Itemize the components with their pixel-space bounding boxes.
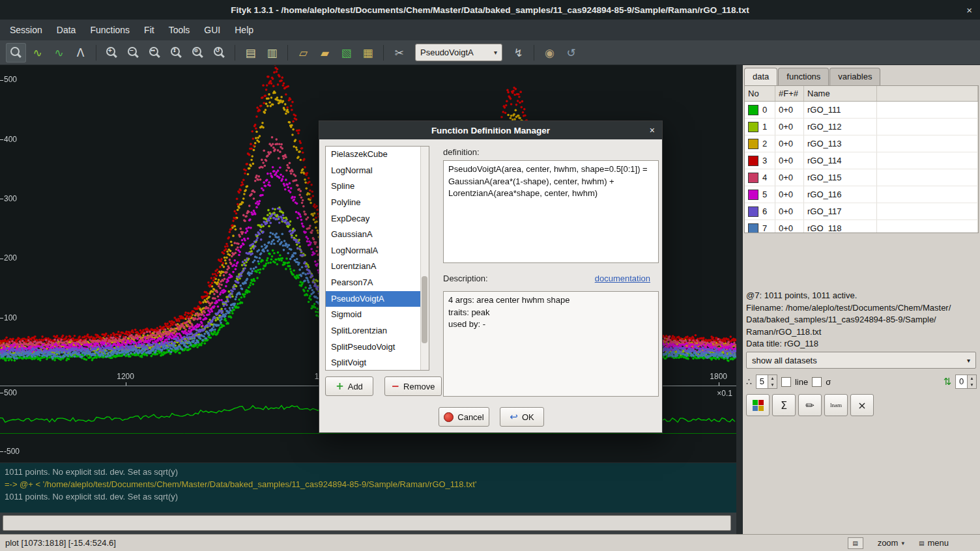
sigma-checkbox[interactable] [812,377,822,387]
zoom-mode-button[interactable] [6,43,26,63]
save-plot-button[interactable]: ▧ [336,43,356,63]
delete-dataset-button[interactable]: × [850,394,874,416]
auto-add-peak-button[interactable]: ↯ [508,43,528,63]
sum-button[interactable]: Σ [772,394,796,416]
dataset-row[interactable]: 00+0rGO_111 [745,102,978,119]
dataset-filter-dropdown[interactable]: show all datasets ▾ [746,352,976,369]
zoom-in-button[interactable]: + [102,43,122,63]
dataset-row[interactable]: 70+0rGO_118 [745,220,978,233]
x-tick-label: 1800 [710,372,727,381]
menu-dropdown-label: menu [927,538,949,548]
dataset-row[interactable]: 30+0rGO_114 [745,152,978,169]
list-scrollbar[interactable] [420,147,429,370]
statusbar: plot [1073:1818] [-15.4:524.6] ▤ zoom ▾ … [0,534,980,551]
point-size-spinner[interactable]: 5 ▲▼ [756,374,777,389]
dataset-row[interactable]: 50+0rGO_116 [745,186,978,203]
zoom-dropdown-label: zoom [878,538,899,548]
function-list-item[interactable]: SplitVoigt [326,355,429,371]
zoom-vertical-button[interactable]: ↕ [166,43,186,63]
export-image-icon: ▦ [362,46,373,59]
function-list-item[interactable]: Pearson7A [326,275,429,291]
function-list-item[interactable]: Sigmoid [326,307,429,323]
menu-help[interactable]: Help [227,21,261,38]
zoom-previous-button[interactable]: ↺ [209,43,229,63]
function-list-item[interactable]: SplitPseudoVoigt [326,339,429,356]
y-tick-label: 500 [0,75,17,84]
function-list-item[interactable]: PielaszekCube [326,147,429,163]
append-data-icon: ▰ [321,46,329,59]
open-data-button[interactable]: ▱ [293,43,313,63]
documentation-link[interactable]: documentation [595,274,650,283]
menu-functions[interactable]: Functions [83,21,137,38]
output-console[interactable]: 1011 points. No explicit std. dev. Set a… [0,463,736,513]
script-editor-icon: ▥ [267,46,277,59]
data-range-mode-button[interactable]: ∿ [27,43,48,63]
background-mode-button[interactable]: ∿ [49,43,69,63]
chevron-down-icon: ▾ [967,357,970,364]
menu-data[interactable]: Data [50,21,83,38]
y-tick-label: 300 [0,194,17,203]
tab-data[interactable]: data [744,68,777,85]
line-checkbox[interactable] [781,377,791,387]
add-peak-mode-button[interactable]: Λ [70,43,91,63]
dataset-color-swatch [748,223,758,234]
menu-session[interactable]: Session [3,21,50,38]
dataset-row[interactable]: 10+0rGO_112 [745,119,978,135]
append-data-button[interactable]: ▰ [315,43,335,63]
remove-button[interactable]: − Remove [384,376,442,396]
script-editor-button[interactable]: ▥ [262,43,282,63]
zoom-out-button[interactable]: − [123,43,143,63]
scrollbar-thumb[interactable] [422,276,427,343]
command-input[interactable] [3,515,731,531]
function-list-item[interactable]: LorentzianA [326,259,429,275]
definition-textarea[interactable]: PseudoVoigtA(area, center, hwhm, shape=0… [443,160,659,263]
session-log-button[interactable]: ▤ [240,43,261,63]
export-image-button[interactable]: ▦ [358,43,378,63]
panel-splitter[interactable] [736,65,743,534]
dataset-color-swatch [748,156,758,166]
dataset-row[interactable]: 40+0rGO_115 [745,169,978,186]
data-transform-button[interactable]: ✂ [389,43,409,63]
name-format-button[interactable]: lnam [824,394,848,416]
undo-fit-button[interactable]: ↺ [561,43,581,63]
edit-formula-button[interactable]: ✏ [798,394,822,416]
statusbar-grip-icon[interactable]: ▤ [848,537,863,549]
tab-variables[interactable]: variables [829,68,880,85]
zoom-horizontal-button[interactable]: ↔ [145,43,165,63]
function-list-item[interactable]: ExpDecay [326,211,429,227]
shift-spinner[interactable]: 0 ▲▼ [955,374,977,389]
menu-fit[interactable]: Fit [137,21,162,38]
dialog-titlebar: Function Definition Manager × [319,121,662,139]
tab-functions[interactable]: functions [778,68,829,85]
spin-up-icon[interactable]: ▲ [968,375,976,382]
menu-dropdown[interactable]: ▤ menu [919,538,949,548]
zoom-dropdown[interactable]: zoom ▾ [878,538,904,548]
window-close-icon[interactable]: × [966,0,972,20]
magnifier-icon: ↕ [170,46,182,59]
function-list-item[interactable]: PseudoVoigtA [326,291,429,307]
function-list-item[interactable]: GaussianA [326,227,429,243]
dataset-row[interactable]: 60+0rGO_117 [745,203,978,220]
function-type-dropdown[interactable]: PseudoVoigtA▾ [415,44,502,61]
zoom-all-button[interactable]: ⊙ [188,43,208,63]
aux-bottom-tick: -500 [0,447,20,456]
spin-down-icon[interactable]: ▼ [968,382,976,388]
add-button[interactable]: + Add [325,376,373,396]
menu-tools[interactable]: Tools [162,21,197,38]
function-list-item[interactable]: Spline [326,178,429,195]
spin-up-icon[interactable]: ▲ [768,375,777,382]
function-list-item[interactable]: LogNormal [326,163,429,179]
function-list[interactable]: PielaszekCubeLogNormalSplinePolylineExpD… [325,146,429,371]
fityk-window: Fityk 1.3.1 - /home/aleplo/test/Document… [0,0,980,551]
function-list-item[interactable]: Polyline [326,195,429,211]
dataset-colors-button[interactable] [746,394,770,416]
function-list-item[interactable]: LogNormalA [326,243,429,259]
menu-gui[interactable]: GUI [197,21,227,38]
cancel-button[interactable]: Cancel [439,407,489,427]
spin-down-icon[interactable]: ▼ [768,382,777,388]
function-list-item[interactable]: SplitLorentzian [326,323,429,339]
dataset-row[interactable]: 20+0rGO_113 [745,135,978,152]
ok-button[interactable]: ↩ OK [500,407,544,427]
dialog-close-icon[interactable]: × [650,121,655,139]
run-fit-button[interactable]: ◉ [540,43,560,63]
